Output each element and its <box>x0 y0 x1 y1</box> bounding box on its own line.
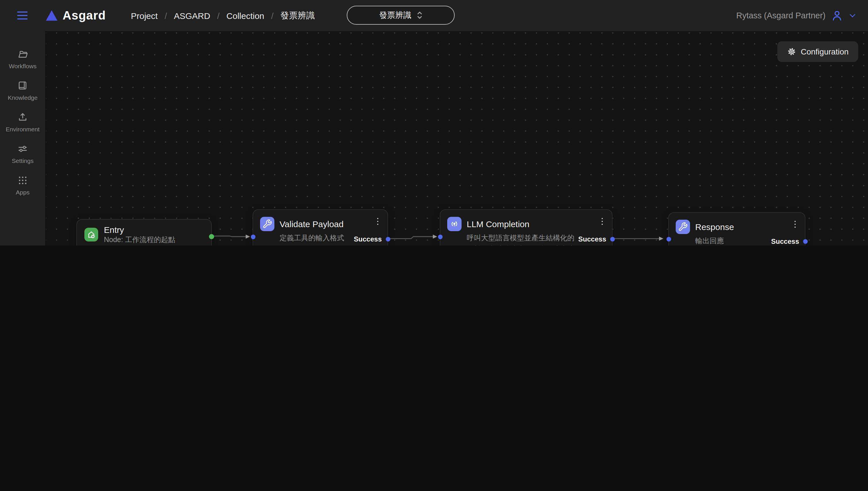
node-menu-kebab-icon[interactable] <box>791 219 799 229</box>
sidebar-item-settings[interactable]: Settings <box>0 143 45 164</box>
app: Asgard Project / ASGARD / Collection / 發… <box>0 0 868 246</box>
success-handle[interactable] <box>385 237 390 241</box>
node-title: Entry <box>104 225 175 235</box>
node-title: Validate Payload <box>279 219 344 229</box>
workflow-canvas[interactable]: Configuration Entry Node: 工作流程的起點 <box>46 31 868 246</box>
configuration-button[interactable]: Configuration <box>777 41 858 62</box>
input-handle[interactable] <box>666 237 671 241</box>
sidebar-item-label: Apps <box>16 189 30 196</box>
upload-icon <box>17 111 29 123</box>
gear-icon <box>787 47 796 56</box>
workflow-selector-value: 發票辨識 <box>379 10 411 20</box>
sidebar-item-apps[interactable]: Apps <box>0 174 45 196</box>
output-label-success: Success <box>578 235 606 243</box>
node-validate-payload[interactable]: Validate Payload 定義工具的輸入格式 Success Failu… <box>252 209 388 246</box>
node-menu-kebab-icon[interactable] <box>598 216 606 227</box>
sidebar-item-label: Settings <box>12 157 34 164</box>
node-subtitle: Node: 工作流程的起點 <box>104 236 175 244</box>
input-handle[interactable] <box>251 235 255 239</box>
home-plus-icon <box>84 228 98 241</box>
output-label-success: Success <box>354 235 382 243</box>
breadcrumb-project[interactable]: Project <box>131 10 158 20</box>
workflow-selector[interactable]: 發票辨識 <box>347 6 455 25</box>
logo-triangle-icon <box>46 10 57 21</box>
book-icon <box>17 80 29 92</box>
sidebar: Workflows Knowledge Environment Settings <box>0 31 46 246</box>
llm-refresh-bulb-icon <box>447 217 462 231</box>
hamburger-menu-icon[interactable] <box>17 9 28 22</box>
success-handle[interactable] <box>610 237 615 241</box>
sliders-icon <box>17 143 29 155</box>
user-icon <box>831 9 843 22</box>
node-response[interactable]: Response 輸出回應 Success Failure <box>668 212 806 246</box>
sidebar-item-environment[interactable]: Environment <box>0 111 45 133</box>
breadcrumb-collection[interactable]: Collection <box>226 10 264 20</box>
sidebar-item-label: Environment <box>6 126 39 133</box>
sidebar-item-label: Workflows <box>9 62 36 69</box>
logo: Asgard <box>46 0 106 31</box>
breadcrumb-current: 發票辨識 <box>280 10 315 21</box>
input-handle[interactable] <box>438 235 442 239</box>
breadcrumb-asgard[interactable]: ASGARD <box>174 10 210 20</box>
breadcrumb-separator: / <box>217 10 219 20</box>
user-label: Rytass (Asgard Partner) <box>736 11 825 20</box>
breadcrumb: Project / ASGARD / Collection / 發票辨識 <box>131 0 315 31</box>
folder-icon <box>17 48 29 60</box>
top-bar: Asgard Project / ASGARD / Collection / 發… <box>0 0 868 31</box>
wrench-icon <box>676 220 690 234</box>
breadcrumb-separator: / <box>164 10 167 20</box>
apps-grid-icon <box>17 174 29 186</box>
chevron-down-icon <box>848 11 857 20</box>
wrench-icon <box>260 217 274 231</box>
configuration-label: Configuration <box>801 47 849 56</box>
output-label-success: Success <box>771 237 799 246</box>
node-title: LLM Completion <box>467 219 529 229</box>
breadcrumb-separator: / <box>271 10 274 20</box>
sidebar-item-workflows[interactable]: Workflows <box>0 48 45 69</box>
node-subtitle: 呼叫大型語言模型並產生結構化的資料輸出以輔助流程的決策或生成自然語言輸出 <box>467 233 577 246</box>
success-handle[interactable] <box>803 239 808 244</box>
logo-text: Asgard <box>62 9 106 22</box>
sidebar-item-knowledge[interactable]: Knowledge <box>0 80 45 101</box>
node-title: Response <box>695 222 734 232</box>
user-menu[interactable]: Rytass (Asgard Partner) <box>736 0 857 31</box>
node-menu-kebab-icon[interactable] <box>374 216 382 227</box>
node-llm-completion[interactable]: LLM Completion 呼叫大型語言模型並產生結構化的資料輸出以輔助流程的… <box>440 209 613 246</box>
output-handle[interactable] <box>209 234 214 239</box>
selector-chevrons-icon <box>416 11 422 20</box>
sidebar-item-label: Knowledge <box>8 94 37 101</box>
node-entry[interactable]: Entry Node: 工作流程的起點 <box>76 219 212 246</box>
